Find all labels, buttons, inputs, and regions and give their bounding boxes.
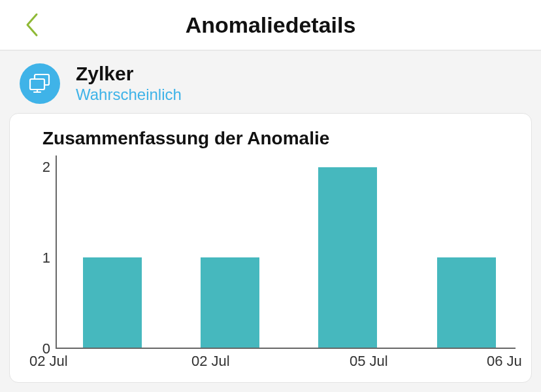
x-tick-label: 02 Jul <box>29 353 68 370</box>
anomaly-detail-screen: Anomaliedetails Zylker Wahrscheinlich Zu… <box>0 0 541 392</box>
x-axis-line <box>56 348 516 349</box>
chart-bar <box>318 167 377 348</box>
chart-bar <box>201 257 259 348</box>
entity-icon-badge <box>20 63 60 104</box>
chart-y-axis: 2 1 0 <box>29 155 56 349</box>
chevron-left-icon <box>24 12 39 38</box>
page-title: Anomaliedetails <box>0 12 541 38</box>
back-button[interactable] <box>18 12 44 38</box>
card-title: Zusammenfassung der Anomalie <box>42 128 516 149</box>
chart-plot-area <box>57 155 516 348</box>
chart-bar <box>437 257 496 348</box>
header-bar: Anomaliedetails <box>0 0 541 51</box>
x-tick-label: 02 Jul <box>191 353 230 370</box>
anomaly-bar-chart: 2 1 0 02 Jul 02 Jul 05 Jul 06 Ju <box>29 155 516 371</box>
entity-name: Zylker <box>76 63 182 84</box>
entity-summary-row: Zylker Wahrscheinlich <box>0 51 541 113</box>
entity-text-block: Zylker Wahrscheinlich <box>76 63 182 104</box>
y-tick-label: 1 <box>42 250 50 267</box>
x-tick-label: 05 Jul <box>350 353 388 370</box>
chart-x-axis: 02 Jul 02 Jul 05 Jul 06 Ju <box>29 350 516 371</box>
anomaly-summary-card: Zusammenfassung der Anomalie 2 1 0 02 Ju… <box>9 113 532 383</box>
monitors-icon <box>28 73 52 94</box>
x-tick-label: 06 Ju <box>487 353 522 370</box>
svg-rect-1 <box>30 79 44 90</box>
chart-bar <box>83 257 142 348</box>
y-tick-label: 2 <box>42 159 50 176</box>
entity-likelihood: Wahrscheinlich <box>76 86 182 104</box>
